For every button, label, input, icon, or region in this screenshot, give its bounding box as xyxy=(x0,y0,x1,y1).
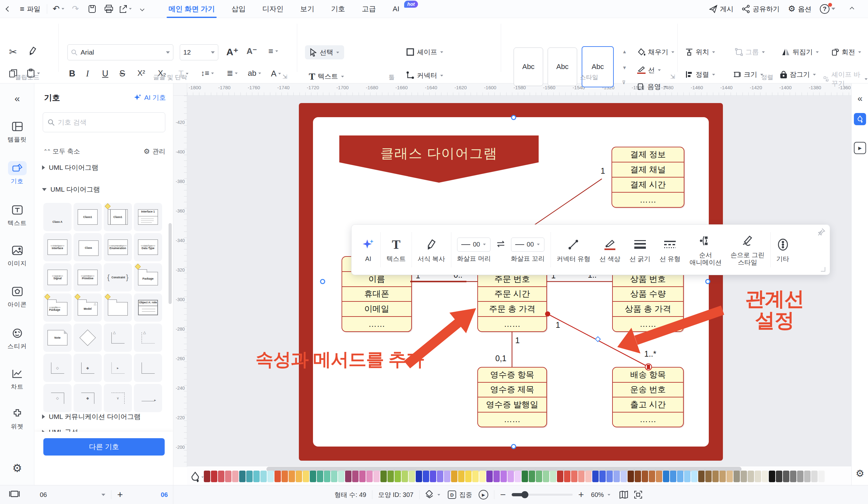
color-swatch[interactable] xyxy=(310,471,316,482)
toolbar-ai-button[interactable]: AI xyxy=(357,229,379,270)
color-swatch[interactable] xyxy=(599,471,606,482)
color-swatch[interactable] xyxy=(755,471,761,482)
toolbar-line-weight-button[interactable]: 선 굵기 xyxy=(625,229,655,270)
style-more-icon[interactable]: ⊽ xyxy=(622,80,626,85)
tab-main-home[interactable]: 메인 화면 가기 xyxy=(168,0,215,18)
symbol-thumb[interactable]: Model xyxy=(73,294,102,322)
palette-settings-icon[interactable]: ⚙ xyxy=(854,467,866,479)
align-button[interactable]: ≡ xyxy=(268,46,279,56)
color-swatch[interactable] xyxy=(232,471,238,482)
color-swatch[interactable] xyxy=(430,471,436,482)
color-swatch[interactable] xyxy=(720,471,726,482)
color-swatch[interactable] xyxy=(684,471,691,482)
symbol-thumb[interactable]: <<profile>> Package xyxy=(43,294,72,322)
tab-design[interactable]: 디자인 xyxy=(262,0,283,18)
collapse-ribbon-icon[interactable] xyxy=(845,2,859,16)
symbol-thumb[interactable] xyxy=(73,323,102,352)
symbol-thumb[interactable]: ◆ xyxy=(73,384,102,412)
decrease-font-button[interactable]: A⁻ xyxy=(247,46,257,56)
pin-icon[interactable] xyxy=(818,228,825,237)
color-swatch[interactable] xyxy=(451,471,457,482)
color-swatch[interactable] xyxy=(458,471,465,482)
color-swatch[interactable] xyxy=(734,471,740,482)
symbol-thumb[interactable]: ◇ xyxy=(43,354,72,382)
flip-button[interactable]: 뒤집기 xyxy=(782,48,819,56)
color-swatch[interactable] xyxy=(437,471,443,482)
presentation-panel-button[interactable]: ▶ xyxy=(854,142,866,154)
symbol-thumb[interactable]: Package xyxy=(134,263,162,291)
color-swatch[interactable] xyxy=(472,471,479,482)
selection-handle-bottom[interactable] xyxy=(511,444,516,449)
color-swatch[interactable] xyxy=(663,471,669,482)
shadow-button[interactable]: 음영 xyxy=(637,82,668,91)
color-swatch[interactable] xyxy=(204,471,210,482)
color-swatch[interactable] xyxy=(275,471,281,482)
font-family-select[interactable]: Arial xyxy=(68,44,173,60)
color-swatch[interactable] xyxy=(521,471,528,482)
canvas[interactable]: 클래스 다이어그램 결제 정보 결제 채널결제 시간…… 이름휴대폰이메일…… … xyxy=(187,96,851,485)
color-swatch[interactable] xyxy=(331,471,337,482)
symbol-thumb[interactable] xyxy=(104,294,132,322)
color-swatch[interactable] xyxy=(289,471,295,482)
page-dropdown-icon[interactable] xyxy=(101,494,105,496)
color-swatch[interactable] xyxy=(613,471,620,482)
color-swatch[interactable] xyxy=(776,471,782,482)
zoom-out-button[interactable]: − xyxy=(500,489,506,500)
color-swatch[interactable] xyxy=(670,471,676,482)
color-swatch[interactable] xyxy=(225,471,231,482)
font-size-select[interactable]: 12 xyxy=(180,44,218,60)
collapse-panel-icon[interactable]: « xyxy=(0,93,34,104)
group-button[interactable]: 그룹 xyxy=(735,48,765,56)
page-select[interactable]: 06 xyxy=(40,491,47,498)
rail-settings-icon[interactable]: ⚙ xyxy=(0,462,34,474)
color-swatch[interactable] xyxy=(606,471,613,482)
sidebar-item-widgets[interactable]: 위젯 xyxy=(0,407,34,431)
toolbar-connector-type-button[interactable]: 커넥터 유형 xyxy=(552,229,595,270)
color-swatch[interactable] xyxy=(409,471,415,482)
focus-button[interactable]: D 집중 xyxy=(448,491,472,499)
color-swatch[interactable] xyxy=(642,471,648,482)
fill-button[interactable]: 채우기 xyxy=(637,48,675,56)
symbol-thumb[interactable]: <<primitive>> Primitive xyxy=(73,263,102,291)
color-swatch[interactable] xyxy=(550,471,556,482)
color-swatch[interactable] xyxy=(380,471,387,482)
undo-button[interactable]: ↶ xyxy=(52,2,66,16)
color-swatch[interactable] xyxy=(656,471,662,482)
abbreviation-button[interactable]: ab xyxy=(248,69,262,78)
color-swatch[interactable] xyxy=(741,471,747,482)
symbol-thumb[interactable]: Object A: role xyxy=(134,294,162,322)
toolbar-resize-corner[interactable] xyxy=(821,267,825,271)
color-swatch[interactable] xyxy=(373,471,380,482)
color-swatch[interactable] xyxy=(402,471,408,482)
symbol-thumb[interactable]: Note xyxy=(43,323,72,352)
color-swatch[interactable] xyxy=(296,471,302,482)
color-swatch[interactable] xyxy=(620,471,627,482)
symbol-thumb[interactable]: Class1 xyxy=(104,203,132,231)
rotate-button[interactable]: 회전 xyxy=(831,48,861,56)
redo-button[interactable]: ↷ xyxy=(69,2,83,16)
color-swatch[interactable] xyxy=(578,471,585,482)
symbol-thumb[interactable]: ▸ xyxy=(134,384,162,412)
symbol-thumb[interactable]: ◇ xyxy=(43,384,72,412)
collapse-all-button[interactable]: ⌃⌃ 모두 축소 xyxy=(43,147,80,156)
symbol-thumb[interactable]: △ xyxy=(104,323,132,352)
sidebar-item-symbols[interactable]: 기호 xyxy=(0,161,34,186)
connector-tool-button[interactable]: 커넥터 xyxy=(406,71,444,80)
color-swatch[interactable] xyxy=(493,471,500,482)
symbol-search-box[interactable] xyxy=(43,112,165,132)
file-menu[interactable]: ≡ 파일 xyxy=(17,4,44,13)
sidebar-item-stickers[interactable]: 스티커 xyxy=(0,326,34,351)
color-swatch[interactable] xyxy=(797,471,804,482)
color-swatch[interactable] xyxy=(253,471,260,482)
bold-button[interactable]: B xyxy=(69,69,75,79)
manage-button[interactable]: ⚙ 관리 xyxy=(144,147,165,156)
change-shape-button[interactable]: 셰이프 바꾸기 xyxy=(823,70,868,88)
color-swatch[interactable] xyxy=(783,471,789,482)
sidebar-item-text[interactable]: 텍스트 xyxy=(0,203,34,227)
position-button[interactable]: 위치 xyxy=(685,48,715,56)
more-symbols-button[interactable]: 다른 기호 xyxy=(43,438,165,455)
color-swatch[interactable] xyxy=(712,471,719,482)
color-swatch[interactable] xyxy=(479,471,486,482)
sidebar-item-templates[interactable]: 템플릿 xyxy=(0,120,34,144)
color-swatch[interactable] xyxy=(359,471,365,482)
